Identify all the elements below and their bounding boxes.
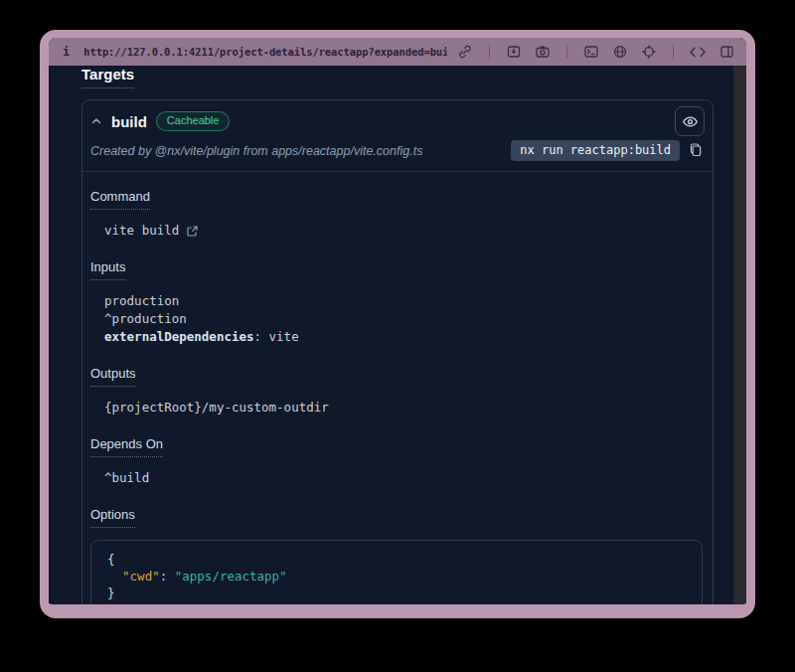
external-link-icon[interactable]	[186, 225, 199, 238]
toolbar-divider	[673, 45, 674, 59]
link-icon[interactable]	[455, 42, 475, 62]
depends-on-item: ^build	[104, 469, 705, 487]
run-command-chip: nx run reactapp:build	[511, 140, 680, 161]
outputs-label: Outputs	[90, 366, 136, 387]
browser-topbar: i http://127.0.0.1:4211/project-details/…	[49, 38, 746, 66]
browser-window: i http://127.0.0.1:4211/project-details/…	[40, 30, 755, 618]
json-open-brace: {	[107, 551, 686, 568]
info-icon: i	[63, 45, 70, 59]
input-item: production	[104, 292, 705, 310]
target-card-build: build Cacheable Created by @nx/vite/plug…	[81, 99, 714, 604]
options-json-block: { "cwd": "apps/reactapp" }	[90, 540, 703, 604]
topbar-actions	[455, 42, 736, 62]
options-label: Options	[90, 507, 135, 528]
terminal-icon[interactable]	[581, 42, 601, 62]
build-card-body: Command vite build Inputs	[82, 172, 713, 604]
camera-icon[interactable]	[533, 42, 553, 62]
external-deps-value: : vite	[254, 329, 299, 344]
created-by-text: Created by @nx/vite/plugin from apps/rea…	[90, 144, 422, 158]
depends-on-label: Depends On	[90, 436, 163, 457]
section-inputs: Inputs production ^production externalDe…	[90, 257, 705, 346]
build-card-header: build Cacheable Created by @nx/vite/plug…	[82, 100, 713, 172]
external-deps-key: externalDependencies	[104, 329, 254, 344]
json-value: "apps/reactapp"	[175, 569, 287, 584]
view-graph-eye-button[interactable]	[675, 106, 705, 136]
webview: Targets build Cacheable C	[49, 66, 746, 604]
build-header-meta: Created by @nx/vite/plugin from apps/rea…	[90, 140, 705, 161]
json-close-brace: }	[107, 585, 686, 601]
chevron-up-icon	[90, 115, 102, 127]
cacheable-badge: Cacheable	[156, 111, 231, 131]
command-value: vite build	[104, 222, 179, 240]
copy-icon[interactable]	[689, 143, 703, 158]
code-icon[interactable]	[688, 42, 708, 62]
toolbar-divider	[489, 45, 490, 59]
section-command: Command vite build	[90, 187, 705, 240]
section-options: Options { "cwd": "apps/reactapp" }	[90, 505, 705, 604]
page-title: Targets	[81, 66, 134, 88]
globe-icon[interactable]	[610, 42, 630, 62]
section-outputs: Outputs {projectRoot}/my-custom-outdir	[90, 364, 705, 417]
inputs-label: Inputs	[90, 259, 125, 280]
download-box-icon[interactable]	[504, 42, 524, 62]
url-text[interactable]: http://127.0.0.1:4211/project-details/re…	[83, 46, 447, 58]
output-item: {projectRoot}/my-custom-outdir	[104, 399, 705, 417]
toolbar-divider	[566, 45, 567, 59]
scrollbar-track[interactable]	[733, 66, 746, 604]
json-key: "cwd"	[122, 569, 160, 584]
project-details-page: Targets build Cacheable C	[49, 66, 733, 604]
json-colon: :	[160, 569, 175, 584]
section-depends-on: Depends On ^build	[90, 434, 705, 487]
split-panel-icon[interactable]	[716, 42, 736, 62]
input-item: ^production	[104, 310, 705, 328]
build-header-toggle[interactable]: build Cacheable	[90, 108, 705, 134]
crosshair-icon[interactable]	[639, 42, 659, 62]
input-item-external-deps: externalDependencies: vite	[104, 328, 705, 346]
target-name-build: build	[111, 113, 147, 130]
command-label: Command	[90, 189, 150, 210]
json-cwd-line: "cwd": "apps/reactapp"	[107, 568, 686, 585]
